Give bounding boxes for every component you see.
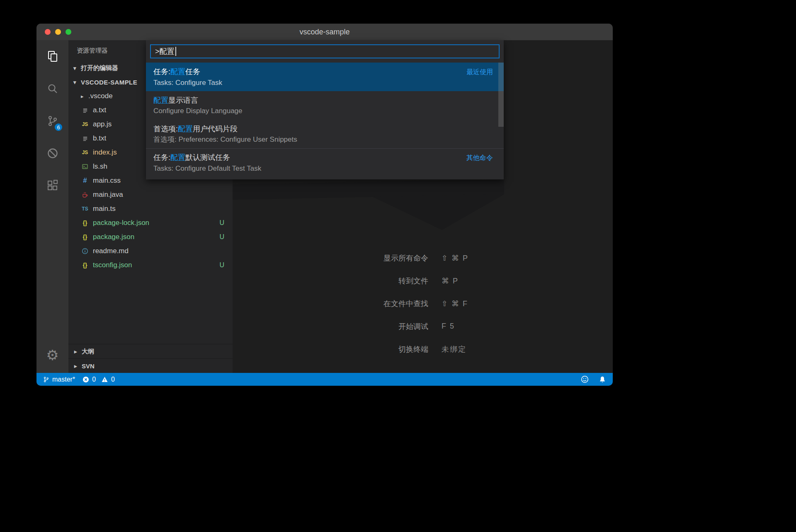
search-activity-button[interactable] [36, 73, 68, 105]
debug-disabled-icon [46, 147, 59, 160]
problems-status[interactable]: 0 0 [83, 376, 115, 383]
vscode-window: vscode-sample [36, 24, 613, 386]
scm-changes-badge: 6 [53, 122, 63, 132]
window-controls [45, 24, 71, 40]
json-file-icon: {} [81, 220, 89, 226]
watermark-row: 转到文件 ⌘ P [233, 269, 613, 292]
javascript-file-icon: JS [81, 121, 89, 127]
search-icon [46, 82, 59, 95]
command-item-configure-display-language[interactable]: 配置显示语言 Configure Display Language [146, 91, 504, 120]
error-icon [83, 376, 89, 383]
feedback-smiley-button[interactable] [581, 375, 589, 383]
warning-icon [101, 376, 108, 383]
command-query-text: >配置 [155, 46, 175, 56]
error-count: 0 [92, 376, 96, 383]
text-cursor [175, 47, 176, 56]
maximize-window-button[interactable] [66, 29, 71, 35]
source-control-activity-button[interactable]: 6 [36, 105, 68, 137]
activity-bar: 6 ⚙ [36, 40, 68, 373]
file-row-main-ts[interactable]: TS main.ts [68, 202, 233, 216]
group-label-recently-used: 最近使用 [466, 67, 493, 77]
command-item-configure-task[interactable]: 任务: 配置任务 最近使用 Tasks: Configure Task [146, 63, 504, 91]
keyboard-shortcuts-watermark: 显示所有命令 ⇧ ⌘ P 转到文件 ⌘ P 在文件中查找 ⇧ ⌘ F 开始调试 … [233, 247, 613, 360]
git-branch-icon [43, 376, 49, 383]
notifications-bell-button[interactable] [599, 376, 606, 383]
command-palette: >配置 任务: 配置任务 最近使用 Tasks: Configure Task … [146, 40, 504, 179]
branch-name: master* [52, 376, 75, 383]
match-highlight: 配置 [178, 123, 193, 134]
command-input[interactable]: >配置 [150, 44, 500, 58]
command-results-list: 任务: 配置任务 最近使用 Tasks: Configure Task 配置显示… [146, 63, 504, 179]
group-label-other-commands: 其他命令 [466, 152, 493, 163]
typescript-file-icon: TS [81, 206, 89, 212]
sidebar-bottom-panels: ▸ 大纲 ▸ SVN [68, 344, 233, 373]
css-file-icon: # [81, 177, 89, 185]
vscode-logo-watermark [233, 177, 519, 251]
match-highlight: 配置 [170, 66, 185, 77]
json-file-icon: {} [81, 262, 89, 268]
watermark-row: 切换终端 未绑定 [233, 338, 613, 360]
outline-panel-header[interactable]: ▸ 大纲 [68, 344, 233, 358]
watermark-row: 开始调试 F 5 [233, 315, 613, 338]
window-title: vscode-sample [299, 28, 349, 36]
json-file-icon: {} [81, 234, 89, 240]
debug-activity-button[interactable] [36, 137, 68, 169]
file-row-package-json[interactable]: {} package.json U [68, 230, 233, 244]
git-branch-status[interactable]: master* [43, 376, 75, 383]
extensions-activity-button[interactable] [36, 169, 68, 202]
match-highlight: 配置 [170, 152, 185, 163]
javascript-file-icon: JS [81, 150, 89, 155]
chevron-right-icon: ▸ [74, 363, 82, 369]
info-file-icon [81, 248, 89, 254]
file-row-main-java[interactable]: main.java [68, 188, 233, 202]
svn-panel-header[interactable]: ▸ SVN [68, 358, 233, 373]
text-file-icon [81, 135, 89, 142]
shell-file-icon [81, 163, 89, 170]
watermark-row: 在文件中查找 ⇧ ⌘ F [233, 292, 613, 315]
git-untracked-badge: U [219, 219, 224, 227]
status-bar: master* 0 0 [36, 373, 613, 386]
close-window-button[interactable] [45, 29, 51, 35]
command-item-configure-user-snippets[interactable]: 首选项: 配置用户代码片段 首选项: Preferences: Configur… [146, 120, 504, 148]
minimize-window-button[interactable] [55, 29, 61, 35]
file-row-tsconfig-json[interactable]: {} tsconfig.json U [68, 258, 233, 272]
palette-scrollbar[interactable] [498, 63, 504, 127]
title-bar[interactable]: vscode-sample [36, 24, 613, 40]
file-row-package-lock-json[interactable]: {} package-lock.json U [68, 216, 233, 230]
warning-count: 0 [111, 376, 115, 383]
explorer-activity-button[interactable] [36, 40, 68, 73]
file-row-readme-md[interactable]: readme.md [68, 244, 233, 258]
chevron-right-icon: ▸ [81, 93, 88, 99]
watermark-row: 显示所有命令 ⇧ ⌘ P [233, 247, 613, 269]
settings-button[interactable]: ⚙ [36, 339, 68, 371]
chevron-down-icon: ▾ [73, 65, 81, 71]
match-highlight: 配置 [153, 95, 168, 106]
text-file-icon [81, 107, 89, 114]
chevron-right-icon: ▸ [74, 348, 82, 355]
command-item-configure-default-test-task[interactable]: 任务: 配置默认测试任务 其他命令 Tasks: Configure Defau… [146, 148, 504, 177]
extensions-icon [46, 179, 59, 192]
git-untracked-badge: U [219, 233, 224, 241]
chevron-down-icon: ▾ [73, 79, 81, 85]
files-icon [46, 50, 59, 63]
java-file-icon [81, 191, 89, 198]
git-untracked-badge: U [219, 261, 224, 269]
gear-icon: ⚙ [46, 348, 58, 362]
